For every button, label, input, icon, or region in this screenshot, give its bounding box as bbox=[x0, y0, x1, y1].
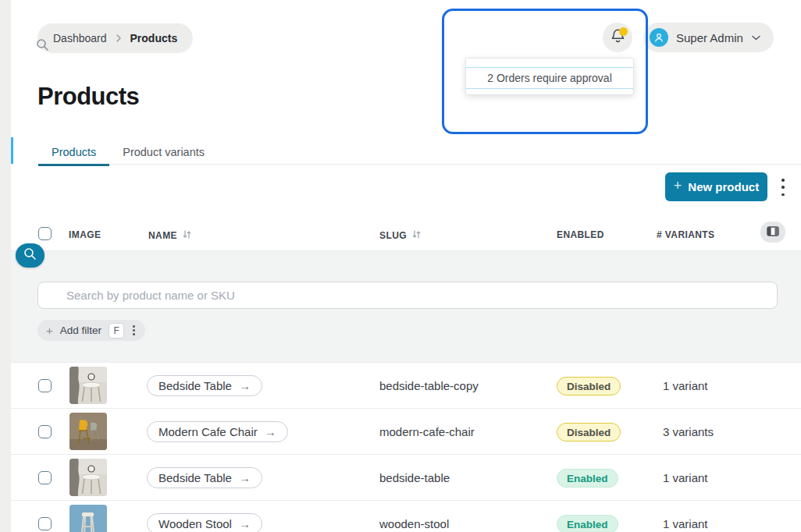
status-badge: Enabled bbox=[557, 515, 618, 532]
select-all-checkbox[interactable] bbox=[38, 227, 52, 240]
shortcut-key-badge: F bbox=[109, 323, 124, 339]
column-enabled: ENABLED bbox=[557, 229, 604, 240]
product-slug: bedside-table bbox=[379, 471, 450, 484]
more-actions-button[interactable] bbox=[780, 179, 786, 196]
table-header: IMAGE NAME SLUG ENABLED # VARIANTS bbox=[0, 222, 801, 247]
floating-search-button[interactable] bbox=[16, 243, 44, 268]
add-filter-label: Add filter bbox=[60, 325, 101, 336]
chevron-right-icon bbox=[115, 34, 123, 43]
variant-count: 1 variant bbox=[663, 517, 708, 530]
column-variants: # VARIANTS bbox=[657, 229, 714, 240]
column-slug[interactable]: SLUG bbox=[379, 229, 422, 242]
row-checkbox[interactable] bbox=[38, 379, 52, 392]
product-slug: wooden-stool bbox=[379, 517, 449, 530]
table-row: Wooden Stool → wooden-stool Enabled 1 va… bbox=[11, 500, 801, 532]
plus-icon: + bbox=[46, 324, 53, 337]
orders-approval-notification[interactable]: 2 Orders require approval bbox=[466, 67, 633, 89]
row-checkbox[interactable] bbox=[38, 425, 52, 438]
sort-icon bbox=[182, 229, 192, 242]
column-settings-button[interactable] bbox=[760, 222, 785, 243]
arrow-right-icon: → bbox=[265, 425, 276, 438]
table-row: Bedside Table → bedside-table-copy Disab… bbox=[11, 362, 801, 408]
status-badge: Disabled bbox=[557, 377, 621, 395]
tab-bar: Products Product variants bbox=[38, 139, 218, 165]
column-name[interactable]: NAME bbox=[148, 229, 192, 242]
variant-count: 1 variant bbox=[663, 379, 708, 392]
chevron-down-icon bbox=[751, 30, 761, 44]
variant-count: 1 variant bbox=[663, 471, 708, 484]
product-thumbnail bbox=[69, 413, 107, 450]
product-thumbnail bbox=[69, 459, 107, 496]
popup-header bbox=[466, 59, 633, 67]
breadcrumb-products[interactable]: Products bbox=[130, 32, 178, 44]
breadcrumb: Dashboard Products bbox=[37, 23, 193, 53]
filter-options-button[interactable] bbox=[131, 325, 137, 335]
table-row: Modern Cafe Chair → modern-cafe-chair Di… bbox=[11, 408, 801, 454]
sort-icon bbox=[411, 229, 422, 242]
arrow-right-icon: → bbox=[239, 379, 251, 392]
search-input[interactable] bbox=[37, 282, 778, 309]
user-menu-button[interactable]: Super Admin bbox=[643, 23, 774, 52]
new-product-button[interactable]: + New product bbox=[665, 172, 767, 201]
products-page: Dashboard Products Super Admin 2 Orders … bbox=[0, 0, 801, 532]
row-checkbox[interactable] bbox=[38, 517, 52, 530]
arrow-right-icon: → bbox=[239, 517, 251, 530]
product-name-link[interactable]: Bedside Table → bbox=[147, 375, 262, 396]
product-slug: modern-cafe-chair bbox=[379, 425, 475, 438]
variant-count: 3 variants bbox=[663, 425, 714, 438]
product-name-link[interactable]: Modern Cafe Chair → bbox=[147, 421, 288, 442]
notification-dot bbox=[619, 27, 628, 36]
product-thumbnail bbox=[69, 505, 107, 532]
product-name-link[interactable]: Bedside Table → bbox=[147, 467, 262, 488]
product-table-body: Bedside Table → bedside-table-copy Disab… bbox=[11, 362, 801, 532]
product-slug: bedside-table-copy bbox=[379, 379, 479, 392]
filter-panel: + Add filter F bbox=[11, 250, 801, 362]
breadcrumb-dashboard[interactable]: Dashboard bbox=[53, 32, 107, 44]
search-icon bbox=[23, 247, 37, 264]
user-name: Super Admin bbox=[676, 31, 743, 44]
notifications-button[interactable] bbox=[603, 23, 632, 52]
page-title: Products bbox=[37, 83, 139, 111]
table-row: Bedside Table → bedside-table Enabled 1 … bbox=[11, 454, 801, 500]
status-badge: Enabled bbox=[557, 469, 618, 488]
column-image: IMAGE bbox=[69, 229, 101, 240]
product-thumbnail bbox=[69, 367, 107, 404]
new-product-label: New product bbox=[688, 180, 759, 193]
notification-popup: 2 Orders require approval bbox=[465, 58, 634, 95]
tab-product-variants[interactable]: Product variants bbox=[109, 139, 218, 165]
columns-icon bbox=[767, 225, 779, 239]
plus-icon: + bbox=[674, 178, 682, 194]
row-checkbox[interactable] bbox=[38, 471, 52, 484]
add-filter-button[interactable]: + Add filter F bbox=[37, 320, 145, 341]
tab-products[interactable]: Products bbox=[38, 139, 109, 165]
sidebar-indicator bbox=[11, 137, 13, 164]
left-gutter bbox=[0, 0, 11, 532]
status-badge: Disabled bbox=[557, 423, 621, 442]
arrow-right-icon: → bbox=[239, 471, 251, 484]
avatar bbox=[650, 28, 668, 47]
product-name-link[interactable]: Wooden Stool → bbox=[147, 513, 262, 532]
